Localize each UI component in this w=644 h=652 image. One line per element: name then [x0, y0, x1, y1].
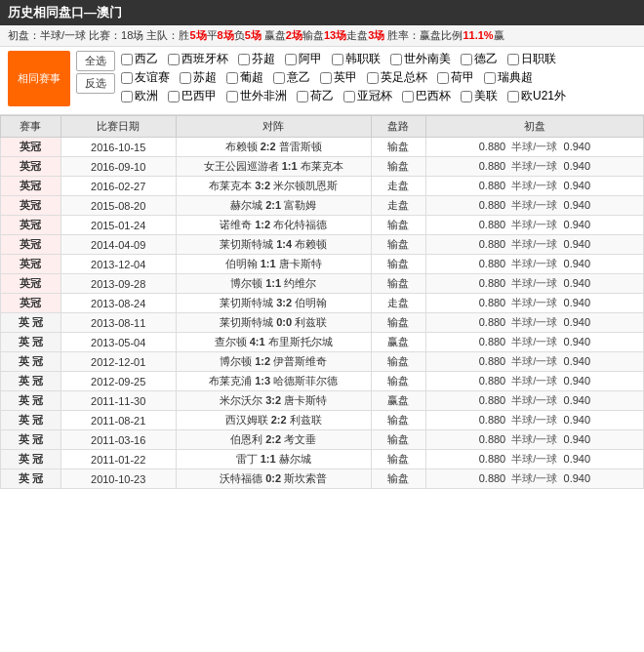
date-cell: 2012-09-25: [60, 372, 176, 391]
checkbox-yingzongbei[interactable]: [367, 72, 379, 84]
filter-yiyi[interactable]: 意乙: [273, 69, 310, 86]
filter-heyi[interactable]: 荷乙: [297, 88, 334, 104]
filter-bazibei[interactable]: 巴西杯: [402, 88, 451, 104]
select-all-button[interactable]: 全选: [76, 51, 115, 71]
checkbox-bazibei[interactable]: [402, 91, 414, 102]
match-cell: 诺维奇 1:2 布化特福德: [176, 216, 371, 235]
stats-bar: 初盘：半球/一球 比赛：18场 主队：胜5场平8场负5场 赢盘2场输盘13场走盘…: [0, 25, 644, 47]
invert-button[interactable]: 反选: [76, 73, 115, 94]
checkbox-xiyi[interactable]: [121, 54, 133, 65]
filter-ruidianchao[interactable]: 瑞典超: [484, 69, 533, 86]
league-cell: 英冠: [1, 157, 61, 177]
date-cell: 2011-08-21: [60, 411, 176, 430]
filter-bazijia[interactable]: 巴西甲: [168, 88, 217, 104]
odds-cell: 0.880 半球/一球 0.940: [425, 235, 643, 255]
checkbox-finchao[interactable]: [238, 54, 250, 65]
match-cell: 赫尔城 2:1 富勒姆: [176, 196, 371, 216]
match-cell: 西汉姆联 2:2 利兹联: [176, 411, 371, 430]
status-cell: 输盘: [371, 352, 425, 372]
filter-suchao[interactable]: 苏超: [180, 69, 217, 86]
odds-cell: 0.880 半球/一球 0.940: [425, 372, 643, 391]
checkbox-bazijia[interactable]: [168, 91, 180, 102]
status-cell: 输盘: [371, 216, 425, 235]
match-cell: 莱切斯特城 3:2 伯明翰: [176, 294, 371, 313]
match-cell: 布莱克本 3:2 米尔顿凯恩斯: [176, 177, 371, 196]
checkbox-rizhilian[interactable]: [507, 54, 519, 65]
date-cell: 2012-12-01: [60, 352, 176, 372]
match-cell: 查尔顿 4:1 布里斯托尔城: [176, 333, 371, 352]
checkbox-suchao[interactable]: [180, 72, 191, 84]
date-cell: 2011-11-30: [60, 391, 176, 411]
date-cell: 2011-03-16: [60, 430, 176, 450]
league-cell: 英 冠: [1, 430, 61, 450]
th-league: 赛事: [1, 116, 61, 138]
date-cell: 2016-02-27: [60, 177, 176, 196]
league-cell: 英 冠: [1, 313, 61, 333]
checkbox-meilians[interactable]: [461, 91, 472, 102]
status-cell: 走盘: [371, 294, 425, 313]
filter-xibanyacup[interactable]: 西班牙杯: [168, 51, 228, 67]
status-cell: 走盘: [371, 196, 425, 216]
odds-cell: 0.880 半球/一球 0.940: [425, 430, 643, 450]
filter-hanzhi[interactable]: 韩职联: [332, 51, 381, 67]
match-cell: 布赖顿 2:2 普雷斯顿: [176, 138, 371, 157]
filter-hejia[interactable]: 荷甲: [437, 69, 474, 86]
filter-rizhilian[interactable]: 日职联: [507, 51, 556, 67]
filter-meilians[interactable]: 美联: [461, 88, 498, 104]
filter-swnm[interactable]: 世外南美: [390, 51, 451, 67]
checkbox-ruidianchao[interactable]: [484, 72, 496, 84]
date-cell: 2011-01-22: [60, 450, 176, 469]
checkbox-yingjia[interactable]: [320, 72, 332, 84]
checkbox-yiyi[interactable]: [273, 72, 285, 84]
checkbox-hejia[interactable]: [437, 72, 449, 84]
status-cell: 输盘: [371, 274, 425, 294]
filter-row-1: 西乙 西班牙杯 芬超 阿甲 韩职联 世外南美 德乙 日职联: [121, 51, 636, 67]
filter-xiyi[interactable]: 西乙: [121, 51, 158, 67]
date-cell: 2015-01-24: [60, 216, 176, 235]
checkbox-ouzhou[interactable]: [121, 91, 133, 102]
date-cell: 2015-08-20: [60, 196, 176, 216]
date-cell: 2013-08-24: [60, 294, 176, 313]
filter-row-3: 欧洲 巴西甲 世外非洲 荷乙 亚冠杯 巴西杯 美联 欧U21外: [121, 88, 636, 104]
checkbox-hanzhi[interactable]: [332, 54, 343, 65]
filter-finchao[interactable]: 芬超: [238, 51, 275, 67]
status-cell: 输盘: [371, 430, 425, 450]
status-cell: 输盘: [371, 157, 425, 177]
filter-youyi[interactable]: 友谊赛: [121, 69, 170, 86]
filter-yingjia[interactable]: 英甲: [320, 69, 357, 86]
page-title: 历史相同盘口—澳门: [8, 5, 122, 20]
checkbox-ou21[interactable]: [507, 91, 519, 102]
filter-ou21[interactable]: 欧U21外: [507, 88, 566, 104]
status-cell: 输盘: [371, 450, 425, 469]
filter-swafei[interactable]: 世外非洲: [226, 88, 287, 104]
filter-yagun[interactable]: 亚冠杯: [343, 88, 392, 104]
match-cell: 伯恩利 2:2 考文垂: [176, 430, 371, 450]
checkbox-deyi[interactable]: [461, 54, 472, 65]
odds-cell: 0.880 半球/一球 0.940: [425, 333, 643, 352]
similar-matches-button[interactable]: 相同赛事: [8, 51, 70, 106]
checkbox-yagun[interactable]: [343, 91, 355, 102]
filter-puchao[interactable]: 葡超: [226, 69, 263, 86]
checkbox-swafei[interactable]: [226, 91, 238, 102]
odds-cell: 0.880 半球/一球 0.940: [425, 313, 643, 333]
checkbox-puchao[interactable]: [226, 72, 238, 84]
filter-ouzhou[interactable]: 欧洲: [121, 88, 158, 104]
status-cell: 输盘: [371, 372, 425, 391]
checkbox-youyi[interactable]: [121, 72, 133, 84]
filter-yingzongbei[interactable]: 英足总杯: [367, 69, 427, 86]
checkbox-heyi[interactable]: [297, 91, 308, 102]
status-cell: 输盘: [371, 138, 425, 157]
status-cell: 输盘: [371, 255, 425, 274]
match-cell: 女王公园巡游者 1:1 布莱克本: [176, 157, 371, 177]
checkbox-xibanyacup[interactable]: [168, 54, 180, 65]
date-cell: 2013-09-28: [60, 274, 176, 294]
status-cell: 输盘: [371, 313, 425, 333]
league-cell: 英 冠: [1, 391, 61, 411]
filter-deyi[interactable]: 德乙: [461, 51, 498, 67]
filter-ajia[interactable]: 阿甲: [285, 51, 322, 67]
checkbox-ajia[interactable]: [285, 54, 297, 65]
page-header: 历史相同盘口—澳门: [0, 0, 644, 25]
checkbox-swnm[interactable]: [390, 54, 402, 65]
match-cell: 沃特福德 0:2 斯坎索普: [176, 469, 371, 489]
status-cell: 赢盘: [371, 391, 425, 411]
